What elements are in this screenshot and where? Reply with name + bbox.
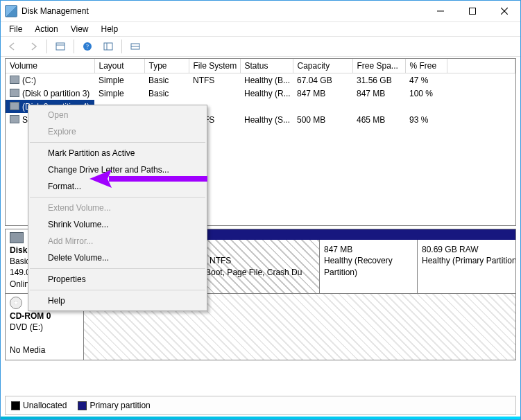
accent-bottom-bar — [1, 417, 520, 419]
cdrom-name: CD-ROM 0 — [10, 310, 79, 322]
toolbar: ? — [1, 36, 520, 57]
cell — [189, 87, 240, 100]
toolbar-help-icon[interactable]: ? — [78, 38, 96, 55]
col-freespace[interactable]: Free Spa... — [352, 59, 405, 73]
cell: Basic — [144, 87, 189, 100]
cell: Healthy (P... — [240, 100, 293, 113]
app-icon — [5, 5, 17, 17]
cell: Simple — [94, 87, 144, 100]
volume-icon — [10, 76, 19, 84]
toolbar-layout-icon[interactable] — [126, 38, 144, 55]
cell: 93 % — [405, 113, 447, 126]
cell — [447, 73, 515, 87]
ctx-extend-volume: Extend Volume... — [28, 200, 207, 216]
cdrom-status: No Media — [10, 344, 79, 356]
svg-rect-1 — [470, 8, 476, 15]
ctx-help[interactable]: Help — [28, 292, 207, 309]
svg-rect-4 — [56, 43, 65, 50]
cell: 100 % — [405, 87, 447, 100]
cell: Healthy (B... — [240, 73, 293, 87]
table-row[interactable]: (C:)SimpleBasicNTFSHealthy (B...67.04 GB… — [6, 73, 515, 87]
cdrom-sub: DVD (E:) — [10, 322, 79, 333]
table-row[interactable]: (Disk 0 partition 3)SimpleBasicHealthy (… — [6, 87, 515, 100]
volume-context-menu: Open Explore Mark Partition as Active Ch… — [28, 105, 207, 311]
column-header-row[interactable]: Volume Layout Type File System Status Ca… — [6, 59, 515, 73]
ctx-properties[interactable]: Properties — [28, 271, 207, 288]
legend-unallocated: Unallocated — [11, 401, 67, 410]
toolbar-settings-icon[interactable] — [99, 38, 117, 55]
col-pctfree[interactable]: % Free — [405, 59, 447, 73]
cell: Basic — [144, 73, 189, 87]
ctx-delete-volume[interactable]: Delete Volume... — [28, 250, 207, 266]
cdrom-icon — [10, 297, 22, 309]
col-volume[interactable]: Volume — [6, 59, 94, 73]
cell — [447, 100, 515, 113]
nav-forward-button — [24, 38, 42, 55]
volume-icon — [10, 89, 19, 97]
window-title: Disk Management — [22, 6, 89, 16]
col-capacity[interactable]: Capacity — [293, 59, 352, 73]
svg-rect-8 — [104, 43, 112, 50]
ctx-explore: Explore — [28, 123, 207, 140]
legend-bar: Unallocated Primary partition — [5, 396, 516, 415]
menu-action[interactable]: Action — [29, 23, 63, 35]
cell — [447, 113, 515, 126]
cell: 67.04 GB — [293, 73, 352, 87]
cell: 31.56 GB — [352, 73, 405, 87]
menu-file[interactable]: File — [3, 23, 28, 35]
svg-text:?: ? — [86, 43, 89, 50]
col-layout[interactable]: Layout — [94, 59, 144, 73]
cell: 100 % — [405, 100, 447, 113]
cell: NTFS — [189, 73, 240, 87]
ctx-open: Open — [28, 107, 207, 123]
col-filesystem[interactable]: File System — [189, 59, 240, 73]
cell: 47 % — [405, 73, 447, 87]
cell: (Disk 0 partition 3) — [6, 87, 94, 100]
volume-icon — [10, 102, 19, 110]
menu-view[interactable]: View — [65, 23, 94, 35]
cell — [447, 87, 515, 100]
nav-back-button — [3, 38, 22, 55]
cell: 847 MB — [352, 87, 405, 100]
cell: 500 MB — [293, 113, 352, 126]
ctx-mark-active[interactable]: Mark Partition as Active — [28, 145, 207, 161]
partition-block[interactable]: 80.69 GB RAWHealthy (Primary Partition) — [418, 240, 516, 293]
menu-help[interactable]: Help — [96, 23, 124, 35]
ctx-format[interactable]: Format... — [28, 178, 207, 195]
ctx-shrink-volume[interactable]: Shrink Volume... — [28, 216, 207, 233]
volume-icon — [10, 115, 19, 123]
ctx-add-mirror: Add Mirror... — [28, 233, 207, 250]
menu-bar: File Action View Help — [1, 22, 520, 36]
ctx-change-drive-letter[interactable]: Change Drive Letter and Paths... — [28, 161, 207, 178]
toolbar-view-icon[interactable] — [51, 38, 69, 55]
cell: 80.69 GB — [293, 100, 352, 113]
col-status[interactable]: Status — [240, 59, 293, 73]
disk-management-window: Disk Management File Action View Help ? — [0, 0, 521, 420]
cell: (C:) — [6, 73, 94, 87]
legend-primary: Primary partition — [78, 401, 150, 410]
maximize-button[interactable] — [456, 1, 488, 21]
cell: Simple — [94, 73, 144, 87]
title-bar: Disk Management — [1, 1, 520, 22]
cell: Healthy (S... — [240, 113, 293, 126]
cell: Healthy (R... — [240, 87, 293, 100]
cell: 80.69 GB — [352, 100, 405, 113]
minimize-button[interactable] — [425, 1, 456, 21]
disk-icon — [10, 232, 24, 243]
col-type[interactable]: Type — [144, 59, 189, 73]
partition-block[interactable]: 847 MBHealthy (Recovery Partition) — [320, 240, 418, 293]
close-button[interactable] — [488, 1, 520, 21]
cell: 465 MB — [352, 113, 405, 126]
cell: 847 MB — [293, 87, 352, 100]
